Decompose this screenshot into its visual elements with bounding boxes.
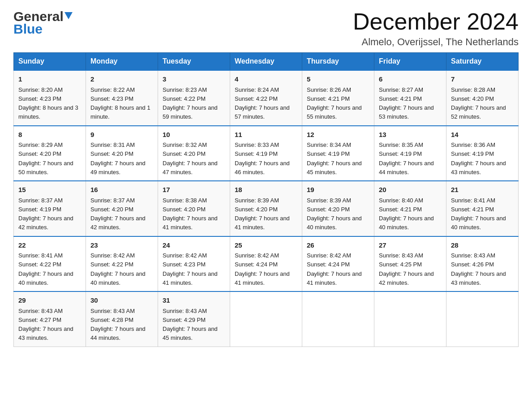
table-row: 23Sunrise: 8:42 AMSunset: 4:22 PMDayligh…: [86, 236, 158, 292]
table-row: 31Sunrise: 8:43 AMSunset: 4:29 PMDayligh…: [158, 291, 230, 347]
table-row: 26Sunrise: 8:42 AMSunset: 4:24 PMDayligh…: [302, 236, 374, 292]
col-sunday: Sunday: [14, 53, 86, 71]
table-row: 8Sunrise: 8:29 AMSunset: 4:20 PMDaylight…: [14, 126, 86, 181]
day-info: Sunrise: 8:28 AMSunset: 4:20 PMDaylight:…: [451, 86, 506, 120]
day-info: Sunrise: 8:39 AMSunset: 4:20 PMDaylight:…: [307, 197, 362, 231]
table-row: [302, 291, 374, 347]
table-row: 1Sunrise: 8:20 AMSunset: 4:23 PMDaylight…: [14, 70, 86, 126]
day-info: Sunrise: 8:36 AMSunset: 4:19 PMDaylight:…: [451, 141, 506, 176]
day-number: 10: [163, 130, 225, 140]
table-row: 27Sunrise: 8:43 AMSunset: 4:25 PMDayligh…: [374, 236, 446, 292]
day-number: 4: [235, 74, 297, 85]
table-row: 15Sunrise: 8:37 AMSunset: 4:19 PMDayligh…: [14, 181, 86, 236]
day-info: Sunrise: 8:37 AMSunset: 4:20 PMDaylight:…: [90, 197, 146, 231]
day-number: 16: [90, 185, 153, 195]
calendar-table: Sunday Monday Tuesday Wednesday Thursday…: [13, 52, 519, 347]
day-number: 28: [451, 240, 514, 251]
day-info: Sunrise: 8:34 AMSunset: 4:19 PMDaylight:…: [307, 141, 362, 176]
day-info: Sunrise: 8:40 AMSunset: 4:21 PMDaylight:…: [379, 197, 434, 231]
day-info: Sunrise: 8:42 AMSunset: 4:24 PMDaylight:…: [307, 252, 362, 286]
day-number: 21: [451, 185, 514, 195]
location-label: Almelo, Overijssel, The Netherlands: [353, 36, 519, 48]
day-number: 26: [307, 240, 369, 251]
calendar-week-row: 22Sunrise: 8:41 AMSunset: 4:22 PMDayligh…: [14, 236, 519, 292]
day-number: 2: [90, 74, 153, 85]
calendar-header-row: Sunday Monday Tuesday Wednesday Thursday…: [14, 53, 519, 71]
day-info: Sunrise: 8:22 AMSunset: 4:23 PMDaylight:…: [90, 86, 150, 120]
day-info: Sunrise: 8:41 AMSunset: 4:21 PMDaylight:…: [451, 197, 506, 231]
col-saturday: Saturday: [446, 53, 519, 71]
calendar-week-row: 15Sunrise: 8:37 AMSunset: 4:19 PMDayligh…: [14, 181, 519, 236]
table-row: 25Sunrise: 8:42 AMSunset: 4:24 PMDayligh…: [230, 236, 302, 292]
page-header: General Blue December 2024 Almelo, Overi…: [13, 9, 519, 48]
calendar-week-row: 8Sunrise: 8:29 AMSunset: 4:20 PMDaylight…: [14, 126, 519, 181]
day-number: 17: [163, 185, 225, 195]
day-info: Sunrise: 8:41 AMSunset: 4:22 PMDaylight:…: [18, 252, 73, 286]
day-info: Sunrise: 8:43 AMSunset: 4:29 PMDaylight:…: [163, 308, 218, 342]
table-row: [374, 291, 446, 347]
table-row: 5Sunrise: 8:26 AMSunset: 4:21 PMDaylight…: [302, 70, 374, 126]
day-info: Sunrise: 8:31 AMSunset: 4:20 PMDaylight:…: [90, 141, 146, 176]
day-number: 18: [235, 185, 297, 195]
day-number: 20: [379, 185, 442, 195]
day-info: Sunrise: 8:42 AMSunset: 4:23 PMDaylight:…: [163, 252, 218, 286]
table-row: 28Sunrise: 8:43 AMSunset: 4:26 PMDayligh…: [446, 236, 519, 292]
day-info: Sunrise: 8:35 AMSunset: 4:19 PMDaylight:…: [379, 141, 434, 176]
table-row: 21Sunrise: 8:41 AMSunset: 4:21 PMDayligh…: [446, 181, 519, 236]
day-number: 25: [235, 240, 297, 251]
day-number: 24: [163, 240, 225, 251]
table-row: 18Sunrise: 8:39 AMSunset: 4:20 PMDayligh…: [230, 181, 302, 236]
day-info: Sunrise: 8:39 AMSunset: 4:20 PMDaylight:…: [235, 197, 290, 231]
day-number: 6: [379, 74, 442, 85]
table-row: [446, 291, 519, 347]
day-number: 12: [307, 130, 369, 140]
day-info: Sunrise: 8:23 AMSunset: 4:22 PMDaylight:…: [163, 86, 218, 120]
logo-blue: Blue: [13, 21, 43, 37]
col-tuesday: Tuesday: [158, 53, 230, 71]
day-info: Sunrise: 8:38 AMSunset: 4:20 PMDaylight:…: [163, 197, 218, 231]
day-number: 31: [163, 295, 225, 306]
table-row: 11Sunrise: 8:33 AMSunset: 4:19 PMDayligh…: [230, 126, 302, 181]
day-info: Sunrise: 8:27 AMSunset: 4:21 PMDaylight:…: [379, 86, 434, 120]
day-info: Sunrise: 8:43 AMSunset: 4:25 PMDaylight:…: [379, 252, 434, 286]
day-number: 14: [451, 130, 514, 140]
day-number: 19: [307, 185, 369, 195]
day-info: Sunrise: 8:37 AMSunset: 4:19 PMDaylight:…: [18, 197, 73, 231]
day-info: Sunrise: 8:26 AMSunset: 4:21 PMDaylight:…: [307, 86, 362, 120]
table-row: [230, 291, 302, 347]
svg-marker-0: [64, 12, 73, 19]
table-row: 17Sunrise: 8:38 AMSunset: 4:20 PMDayligh…: [158, 181, 230, 236]
table-row: 7Sunrise: 8:28 AMSunset: 4:20 PMDaylight…: [446, 70, 519, 126]
day-number: 23: [90, 240, 153, 251]
day-number: 30: [90, 295, 153, 306]
table-row: 9Sunrise: 8:31 AMSunset: 4:20 PMDaylight…: [86, 126, 158, 181]
day-info: Sunrise: 8:43 AMSunset: 4:26 PMDaylight:…: [451, 252, 506, 286]
day-info: Sunrise: 8:42 AMSunset: 4:24 PMDaylight:…: [235, 252, 290, 286]
day-number: 5: [307, 74, 369, 85]
day-number: 13: [379, 130, 442, 140]
day-info: Sunrise: 8:32 AMSunset: 4:20 PMDaylight:…: [163, 141, 218, 176]
col-thursday: Thursday: [302, 53, 374, 71]
day-number: 11: [235, 130, 297, 140]
table-row: 24Sunrise: 8:42 AMSunset: 4:23 PMDayligh…: [158, 236, 230, 292]
table-row: 10Sunrise: 8:32 AMSunset: 4:20 PMDayligh…: [158, 126, 230, 181]
col-friday: Friday: [374, 53, 446, 71]
table-row: 3Sunrise: 8:23 AMSunset: 4:22 PMDaylight…: [158, 70, 230, 126]
day-info: Sunrise: 8:43 AMSunset: 4:28 PMDaylight:…: [90, 308, 146, 342]
calendar-week-row: 1Sunrise: 8:20 AMSunset: 4:23 PMDaylight…: [14, 70, 519, 126]
table-row: 13Sunrise: 8:35 AMSunset: 4:19 PMDayligh…: [374, 126, 446, 181]
calendar-week-row: 29Sunrise: 8:43 AMSunset: 4:27 PMDayligh…: [14, 291, 519, 347]
day-info: Sunrise: 8:29 AMSunset: 4:20 PMDaylight:…: [18, 141, 73, 176]
table-row: 30Sunrise: 8:43 AMSunset: 4:28 PMDayligh…: [86, 291, 158, 347]
table-row: 4Sunrise: 8:24 AMSunset: 4:22 PMDaylight…: [230, 70, 302, 126]
table-row: 6Sunrise: 8:27 AMSunset: 4:21 PMDaylight…: [374, 70, 446, 126]
month-title: December 2024: [353, 9, 519, 34]
logo-triangle-icon: [64, 12, 73, 21]
table-row: 19Sunrise: 8:39 AMSunset: 4:20 PMDayligh…: [302, 181, 374, 236]
day-info: Sunrise: 8:20 AMSunset: 4:23 PMDaylight:…: [18, 86, 78, 120]
table-row: 29Sunrise: 8:43 AMSunset: 4:27 PMDayligh…: [14, 291, 86, 347]
day-number: 29: [18, 295, 81, 306]
day-info: Sunrise: 8:33 AMSunset: 4:19 PMDaylight:…: [235, 141, 290, 176]
col-wednesday: Wednesday: [230, 53, 302, 71]
day-number: 3: [163, 74, 225, 85]
